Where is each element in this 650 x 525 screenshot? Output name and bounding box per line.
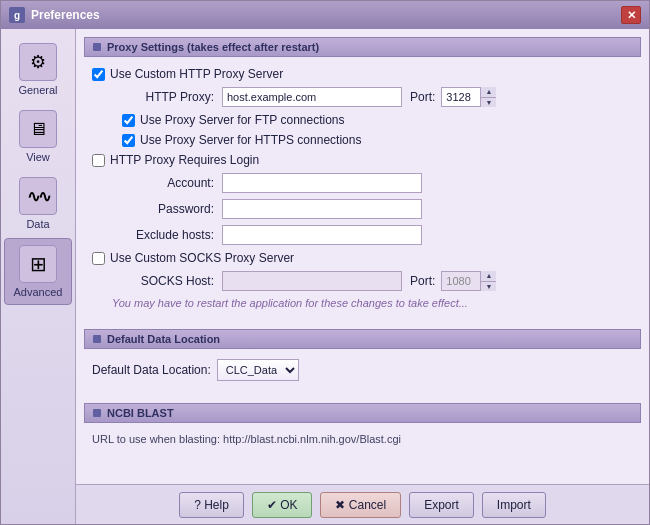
data-location-row: Default Data Location: CLC_Data Custom..…	[92, 359, 633, 381]
use-custom-http-checkbox[interactable]	[92, 68, 105, 81]
window-icon: g	[9, 7, 25, 23]
use-custom-http-label: Use Custom HTTP Proxy Server	[110, 67, 283, 81]
http-proxy-input[interactable]	[222, 87, 402, 107]
http-port-down[interactable]: ▼	[481, 98, 496, 108]
socks-host-input[interactable]	[222, 271, 402, 291]
preferences-window: g Preferences ✕ ⚙ General 🖥 View ∿∿ Data…	[0, 0, 650, 525]
password-row: Password:	[112, 199, 633, 219]
footer: ? Help ✔ OK ✖ Cancel Export Import	[76, 484, 649, 524]
proxy-header-text: Proxy Settings (takes effect after resta…	[107, 41, 319, 53]
data-location-label: Default Data Location:	[92, 363, 217, 377]
socks-port-label: Port:	[410, 274, 435, 288]
exclude-hosts-input[interactable]	[222, 225, 422, 245]
http-proxy-row: HTTP Proxy: Port: ▲ ▼	[112, 87, 633, 107]
sidebar: ⚙ General 🖥 View ∿∿ Data ⊞ Advanced	[1, 29, 76, 524]
ncbi-blast-header: NCBI BLAST	[84, 403, 641, 423]
use-https-checkbox[interactable]	[122, 134, 135, 147]
http-port-up[interactable]: ▲	[481, 87, 496, 98]
password-input[interactable]	[222, 199, 422, 219]
socks-host-label: SOCKS Host:	[112, 274, 222, 288]
socks-host-row: SOCKS Host: Port: ▲ ▼	[112, 271, 633, 291]
http-port-spinner: ▲ ▼	[480, 87, 496, 107]
use-https-label: Use Proxy Server for HTTPS connections	[140, 133, 361, 147]
import-label: Import	[497, 498, 531, 512]
export-label: Export	[424, 498, 459, 512]
use-socks-checkbox[interactable]	[92, 252, 105, 265]
proxy-section-header: Proxy Settings (takes effect after resta…	[84, 37, 641, 57]
http-login-row: HTTP Proxy Requires Login	[92, 153, 633, 167]
proxy-section-body: Use Custom HTTP Proxy Server HTTP Proxy:…	[84, 65, 641, 321]
use-custom-http-row: Use Custom HTTP Proxy Server	[92, 67, 633, 81]
exclude-hosts-row: Exclude hosts:	[112, 225, 633, 245]
sidebar-label-advanced: Advanced	[14, 286, 63, 298]
ncbi-body: URL to use when blasting: http://blast.n…	[84, 431, 641, 453]
help-label: ? Help	[194, 498, 229, 512]
close-button[interactable]: ✕	[621, 6, 641, 24]
sidebar-label-general: General	[18, 84, 57, 96]
sidebar-item-data[interactable]: ∿∿ Data	[4, 171, 72, 236]
ok-label: ✔ OK	[267, 498, 298, 512]
http-login-label: HTTP Proxy Requires Login	[110, 153, 259, 167]
account-row: Account:	[112, 173, 633, 193]
use-ftp-row: Use Proxy Server for FTP connections	[122, 113, 633, 127]
help-button[interactable]: ? Help	[179, 492, 244, 518]
view-icon: 🖥	[19, 110, 57, 148]
sidebar-item-general[interactable]: ⚙ General	[4, 37, 72, 102]
advanced-icon: ⊞	[19, 245, 57, 283]
exclude-hosts-label: Exclude hosts:	[112, 228, 222, 242]
main-content: ⚙ General 🖥 View ∿∿ Data ⊞ Advanced	[1, 29, 649, 524]
http-proxy-label: HTTP Proxy:	[112, 90, 222, 104]
proxy-header-dot	[93, 43, 101, 51]
sidebar-item-advanced[interactable]: ⊞ Advanced	[4, 238, 72, 305]
ncbi-url-text: URL to use when blasting: http://blast.n…	[92, 433, 633, 445]
use-ftp-label: Use Proxy Server for FTP connections	[140, 113, 345, 127]
password-label: Password:	[112, 202, 222, 216]
use-socks-row: Use Custom SOCKS Proxy Server	[92, 251, 633, 265]
cancel-button[interactable]: ✖ Cancel	[320, 492, 401, 518]
use-socks-label: Use Custom SOCKS Proxy Server	[110, 251, 294, 265]
title-bar: g Preferences ✕	[1, 1, 649, 29]
socks-port-container: ▲ ▼	[441, 271, 496, 291]
data-location-header: Default Data Location	[84, 329, 641, 349]
data-location-dot	[93, 335, 101, 343]
content-area: Proxy Settings (takes effect after resta…	[76, 29, 649, 524]
data-location-body: Default Data Location: CLC_Data Custom..…	[84, 357, 641, 395]
data-location-dropdown-wrapper: CLC_Data Custom...	[217, 359, 299, 381]
ncbi-header-text: NCBI BLAST	[107, 407, 174, 419]
data-location-header-text: Default Data Location	[107, 333, 220, 345]
ok-button[interactable]: ✔ OK	[252, 492, 313, 518]
restart-note: You may have to restart the application …	[112, 297, 633, 309]
socks-port-down[interactable]: ▼	[481, 282, 496, 292]
export-button[interactable]: Export	[409, 492, 474, 518]
sidebar-label-data: Data	[26, 218, 49, 230]
scrollable-content: Proxy Settings (takes effect after resta…	[76, 29, 649, 484]
import-button[interactable]: Import	[482, 492, 546, 518]
use-ftp-checkbox[interactable]	[122, 114, 135, 127]
cancel-label: ✖ Cancel	[335, 498, 386, 512]
sidebar-label-view: View	[26, 151, 50, 163]
socks-port-spinner: ▲ ▼	[480, 271, 496, 291]
http-port-label: Port:	[410, 90, 435, 104]
general-icon: ⚙	[19, 43, 57, 81]
http-port-container: ▲ ▼	[441, 87, 496, 107]
window-title: Preferences	[31, 8, 100, 22]
socks-port-up[interactable]: ▲	[481, 271, 496, 282]
data-location-dropdown[interactable]: CLC_Data Custom...	[217, 359, 299, 381]
sidebar-item-view[interactable]: 🖥 View	[4, 104, 72, 169]
account-input[interactable]	[222, 173, 422, 193]
data-icon: ∿∿	[19, 177, 57, 215]
ncbi-dot	[93, 409, 101, 417]
use-https-row: Use Proxy Server for HTTPS connections	[122, 133, 633, 147]
http-login-checkbox[interactable]	[92, 154, 105, 167]
account-label: Account:	[112, 176, 222, 190]
